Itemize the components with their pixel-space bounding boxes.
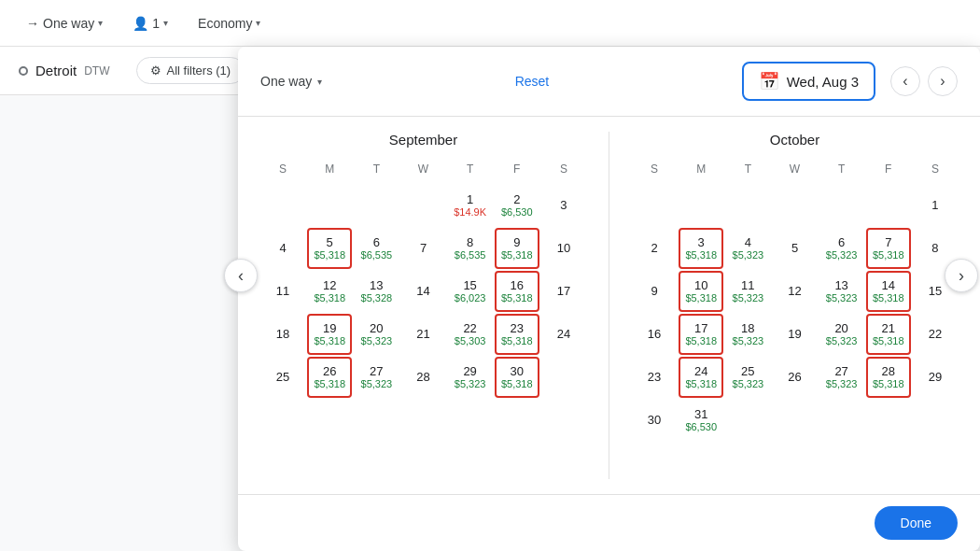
calendar-day-cell[interactable]: 6$6,535 — [354, 228, 399, 269]
calendar-day-cell[interactable]: 19 — [772, 314, 817, 355]
calendar-day-cell[interactable]: 7 — [400, 228, 445, 269]
calendar-day-cell[interactable]: 20$5,323 — [354, 314, 399, 355]
calendar-day-cell[interactable]: 11$5,323 — [725, 271, 770, 312]
cabin-selector[interactable]: Economy ▾ — [190, 12, 268, 35]
calendar-day-cell[interactable]: 16 — [632, 314, 677, 355]
calendar-day-cell[interactable]: 13$5,323 — [819, 271, 864, 312]
calendar-prev-arrow[interactable]: ‹ — [224, 259, 258, 292]
calendar-day-cell[interactable]: 13$5,328 — [354, 271, 399, 312]
calendar-day-cell[interactable]: 6$5,323 — [819, 228, 864, 269]
calendar-day-cell[interactable]: 25$5,323 — [725, 357, 770, 398]
calendar-day-cell[interactable]: 26 — [772, 357, 817, 398]
day-number: 16 — [648, 327, 661, 342]
calendar-day-cell[interactable]: 5$5,318 — [307, 228, 352, 269]
day-number: 27 — [834, 364, 847, 379]
day-price: $5,323 — [733, 292, 764, 304]
calendar-day-cell[interactable]: 16$5,318 — [495, 271, 539, 312]
day-price: $5,318 — [685, 335, 717, 347]
calendar-day-cell[interactable]: 21 — [400, 314, 445, 355]
calendar-day-cell[interactable]: 24$5,318 — [679, 357, 723, 398]
calendar-day-cell[interactable]: 18$5,323 — [725, 314, 770, 355]
day-number: 8 — [467, 235, 473, 250]
calendar-day-cell[interactable]: 28$5,318 — [866, 357, 911, 398]
calendar-day-cell[interactable]: 10$5,318 — [679, 271, 723, 312]
calendars-container: September SMTWTFS1$14.9K2$6,530345$5,318… — [238, 117, 980, 494]
day-price: $5,323 — [826, 335, 858, 347]
calendar-day-cell[interactable]: 24 — [541, 314, 586, 355]
calendar-day-cell[interactable]: 29 — [913, 357, 958, 398]
calendar-day-cell[interactable]: 14$5,318 — [866, 271, 911, 312]
calendar-day-cell[interactable]: 21$5,318 — [866, 314, 911, 355]
cabin-label: Economy — [198, 16, 252, 31]
calendar-day-cell[interactable]: 9$5,318 — [495, 228, 539, 269]
calendar-day-cell[interactable]: 22$5,303 — [448, 314, 493, 355]
calendar-day-cell[interactable]: 31$6,530 — [679, 400, 723, 441]
calendar-day-cell[interactable]: 23 — [632, 357, 677, 398]
day-price: $5,318 — [685, 378, 717, 390]
calendar-day-cell[interactable]: 22 — [913, 314, 958, 355]
calendar-day-cell[interactable]: 10 — [541, 228, 586, 269]
calendar-day-cell[interactable]: 26$5,318 — [307, 357, 352, 398]
calendar-day-cell[interactable]: 4 — [260, 228, 305, 269]
calendar-day-cell[interactable]: 12$5,318 — [307, 271, 352, 312]
reset-button[interactable]: Reset — [515, 74, 550, 89]
calendar-day-cell[interactable]: 1 — [913, 185, 958, 226]
calendar-day-cell[interactable]: 5 — [772, 228, 817, 269]
calendar-day-cell[interactable]: 25 — [260, 357, 305, 398]
day-number: 4 — [745, 235, 751, 250]
calendar-day-cell[interactable]: 29$5,323 — [448, 357, 493, 398]
calendar-day-cell[interactable]: 17 — [541, 271, 586, 312]
calendar-day-header: S — [632, 159, 677, 183]
calendar-next-arrow[interactable]: › — [945, 259, 978, 292]
trip-type-chevron: ▾ — [98, 18, 103, 28]
calendar-day-cell[interactable]: 2 — [632, 228, 677, 269]
date-picker-button[interactable]: 📅 Wed, Aug 3 — [742, 62, 875, 101]
september-calendar: September SMTWTFS1$14.9K2$6,530345$5,318… — [238, 132, 609, 479]
one-way-selector[interactable]: One way ▾ — [260, 74, 322, 89]
calendar-day-cell[interactable]: 15$6,023 — [448, 271, 493, 312]
day-number: 12 — [788, 284, 801, 299]
calendar-day-cell[interactable]: 17$5,318 — [679, 314, 723, 355]
trip-type-selector[interactable]: → One way ▾ — [19, 12, 110, 35]
day-number: 25 — [276, 370, 289, 385]
calendar-day-header: T — [725, 159, 770, 183]
calendar-day-cell[interactable]: 3$5,318 — [679, 228, 723, 269]
calendar-day-cell[interactable]: 14 — [400, 271, 445, 312]
day-number: 11 — [741, 278, 754, 293]
day-number: 6 — [838, 235, 845, 250]
calendar-day-cell[interactable]: 27$5,323 — [354, 357, 399, 398]
calendar-day-cell[interactable]: 30$5,318 — [495, 357, 539, 398]
calendar-day-cell[interactable]: 2$6,530 — [495, 185, 539, 226]
day-number: 10 — [557, 241, 570, 256]
day-number: 1 — [931, 198, 938, 213]
calendar-day-cell[interactable]: 27$5,323 — [819, 357, 864, 398]
day-number: 16 — [511, 278, 524, 293]
day-number: 17 — [557, 284, 570, 299]
calendar-day-cell[interactable]: 20$5,323 — [819, 314, 864, 355]
calendar-day-cell — [400, 185, 445, 226]
date-prev-button[interactable]: ‹ — [890, 66, 920, 96]
calendar-day-cell[interactable]: 18 — [260, 314, 305, 355]
day-number: 29 — [463, 364, 476, 379]
calendar-day-cell[interactable]: 19$5,318 — [307, 314, 352, 355]
calendar-day-cell[interactable]: 30 — [632, 400, 677, 441]
calendar-day-header: T — [354, 159, 399, 183]
calendar-day-cell[interactable]: 4$5,323 — [725, 228, 770, 269]
calendar-day-cell[interactable]: 7$5,318 — [866, 228, 911, 269]
calendar-day-cell[interactable]: 28 — [400, 357, 445, 398]
calendar-day-header: F — [495, 159, 539, 183]
calendar-day-cell[interactable]: 9 — [632, 271, 677, 312]
calendar-day-cell[interactable]: 8$6,535 — [448, 228, 493, 269]
calendar-day-cell[interactable]: 1$14.9K — [448, 185, 493, 226]
calendar-day-cell[interactable]: 12 — [772, 271, 817, 312]
date-next-button[interactable]: › — [928, 66, 958, 96]
calendar-day-cell[interactable]: 3 — [541, 185, 586, 226]
calendar-day-cell[interactable]: 23$5,318 — [495, 314, 539, 355]
origin-code: DTW — [84, 64, 109, 78]
done-button[interactable]: Done — [875, 506, 958, 540]
all-filters-button[interactable]: ⚙ All filters (1) — [136, 57, 245, 84]
passengers-selector[interactable]: 👤 1 ▾ — [125, 12, 175, 35]
search-origin: Detroit DTW — [19, 63, 110, 78]
day-number: 24 — [694, 364, 707, 379]
calendar-day-cell[interactable]: 11 — [260, 271, 305, 312]
